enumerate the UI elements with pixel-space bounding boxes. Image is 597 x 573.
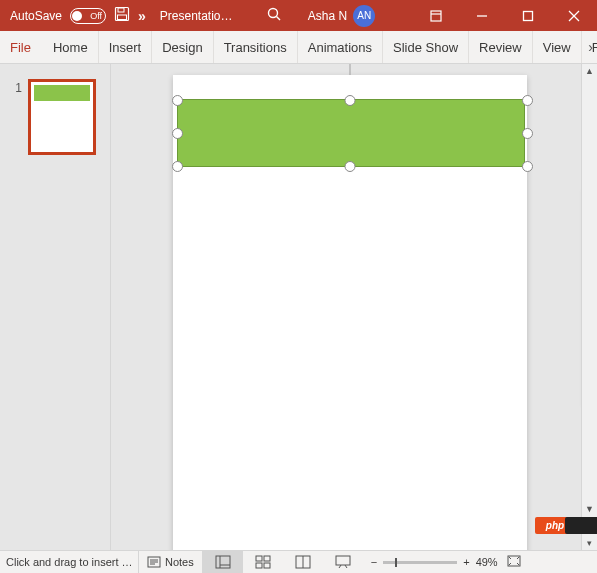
minimize-button[interactable] xyxy=(459,0,505,31)
maximize-button[interactable] xyxy=(505,0,551,31)
qat-overflow-icon[interactable]: » xyxy=(138,8,148,24)
vertical-scrollbar[interactable]: ▲ ▼ ▴ ▾ xyxy=(581,64,597,550)
search-button[interactable] xyxy=(266,6,282,25)
svg-rect-18 xyxy=(256,556,262,561)
account-area[interactable]: Asha N AN xyxy=(308,5,375,27)
thumb-shape xyxy=(34,85,90,101)
status-message: Click and drag to insert a text box. xyxy=(0,556,138,568)
save-button[interactable] xyxy=(114,6,130,25)
svg-rect-21 xyxy=(264,563,270,568)
svg-rect-20 xyxy=(256,563,262,568)
svg-rect-1 xyxy=(118,8,124,12)
resize-handle-tl[interactable] xyxy=(172,95,183,106)
zoom-out-button[interactable]: − xyxy=(371,556,377,568)
slide-canvas-area[interactable]: ▲ ▼ ▴ ▾ php xyxy=(111,64,597,550)
slideshow-view-button[interactable] xyxy=(323,551,363,573)
tab-view[interactable]: View xyxy=(533,31,582,63)
tab-insert[interactable]: Insert xyxy=(99,31,153,63)
svg-line-4 xyxy=(276,17,280,21)
selected-rectangle-shape[interactable] xyxy=(177,99,525,167)
svg-rect-8 xyxy=(524,11,533,20)
slide-sorter-view-button[interactable] xyxy=(243,551,283,573)
rotate-handle[interactable] xyxy=(350,64,351,75)
zoom-in-button[interactable]: + xyxy=(463,556,469,568)
resize-handle-bm[interactable] xyxy=(345,161,356,172)
tab-slide-show[interactable]: Slide Show xyxy=(383,31,469,63)
svg-point-3 xyxy=(268,9,277,18)
svg-rect-19 xyxy=(264,556,270,561)
tab-home[interactable]: Home xyxy=(43,31,99,63)
resize-handle-bl[interactable] xyxy=(172,161,183,172)
fit-to-window-button[interactable] xyxy=(506,554,528,570)
ribbon-scroll-right-icon[interactable]: › xyxy=(588,31,593,63)
resize-handle-mr[interactable] xyxy=(522,128,533,139)
slide-thumbnail-panel: 1 xyxy=(0,64,111,550)
dark-badge xyxy=(565,517,597,534)
tab-transitions[interactable]: Transitions xyxy=(214,31,298,63)
autosave-toggle[interactable]: Off xyxy=(70,8,106,24)
scroll-up-icon[interactable]: ▲ xyxy=(582,64,597,78)
svg-rect-2 xyxy=(118,15,127,20)
ribbon-display-options-button[interactable] xyxy=(413,0,459,31)
autosave-label: AutoSave xyxy=(10,9,62,23)
scroll-down-icon[interactable]: ▼ xyxy=(582,502,597,516)
tab-design[interactable]: Design xyxy=(152,31,213,63)
svg-rect-24 xyxy=(336,556,350,565)
resize-handle-tm[interactable] xyxy=(345,95,356,106)
resize-handle-br[interactable] xyxy=(522,161,533,172)
notes-icon xyxy=(147,556,161,568)
svg-rect-5 xyxy=(431,11,441,21)
tab-file[interactable]: File xyxy=(0,31,43,63)
resize-handle-tr[interactable] xyxy=(522,95,533,106)
zoom-percentage[interactable]: 49% xyxy=(476,556,498,568)
notes-label: Notes xyxy=(165,556,194,568)
ribbon-tabs: File Home Insert Design Transitions Anim… xyxy=(0,31,597,64)
reading-view-button[interactable] xyxy=(283,551,323,573)
document-title: Presentation1 - PowerPoint xyxy=(160,9,238,23)
normal-view-button[interactable] xyxy=(203,551,243,573)
status-bar: Click and drag to insert a text box. Not… xyxy=(0,550,597,573)
thumb-number: 1 xyxy=(0,79,28,95)
next-slide-icon[interactable]: ▾ xyxy=(582,536,597,550)
tab-animations[interactable]: Animations xyxy=(298,31,383,63)
user-name: Asha N xyxy=(308,9,347,23)
zoom-slider[interactable] xyxy=(383,561,457,564)
slide-thumbnail-1[interactable] xyxy=(28,79,96,155)
close-button[interactable] xyxy=(551,0,597,31)
notes-toggle[interactable]: Notes xyxy=(138,551,203,573)
slide[interactable] xyxy=(173,75,527,550)
title-bar: AutoSave Off » Presentation1 - PowerPoin… xyxy=(0,0,597,31)
svg-rect-15 xyxy=(216,556,230,568)
avatar: AN xyxy=(353,5,375,27)
tab-review[interactable]: Review xyxy=(469,31,533,63)
resize-handle-ml[interactable] xyxy=(172,128,183,139)
